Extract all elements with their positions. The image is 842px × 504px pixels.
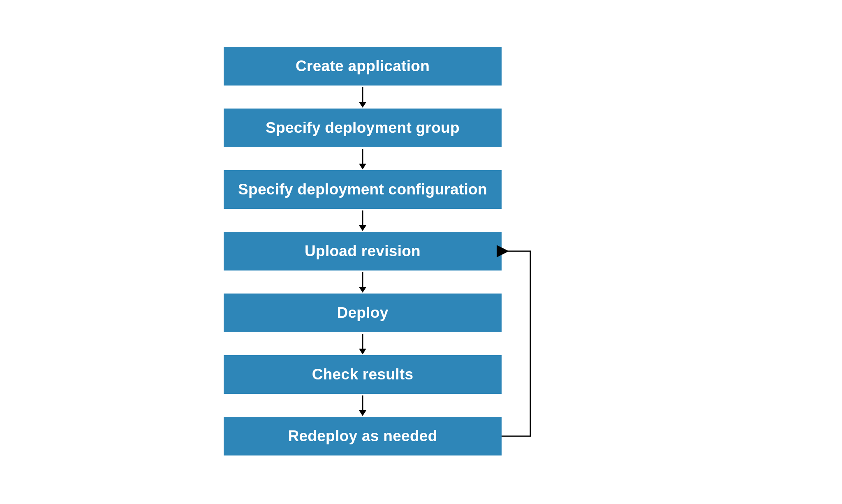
step-create-application: Create application <box>224 47 502 86</box>
step-label: Specify deployment group <box>266 119 460 136</box>
arrow-down-container <box>224 270 502 294</box>
arrow-down-container <box>224 332 502 355</box>
step-specify-deployment-group: Specify deployment group <box>224 109 502 147</box>
step-specify-deployment-configuration: Specify deployment configuration <box>224 170 502 209</box>
step-redeploy-as-needed: Redeploy as needed <box>224 417 502 455</box>
arrow-down-container <box>224 86 502 109</box>
arrow-down-container <box>224 209 502 232</box>
step-label: Create application <box>296 58 430 75</box>
step-upload-revision: Upload revision <box>224 232 502 270</box>
step-label: Redeploy as needed <box>288 428 437 445</box>
step-check-results: Check results <box>224 355 502 394</box>
arrow-down-container <box>224 394 502 417</box>
step-label: Check results <box>312 366 414 383</box>
step-label: Upload revision <box>305 243 421 260</box>
step-deploy: Deploy <box>224 294 502 332</box>
arrow-down-container <box>224 147 502 170</box>
step-label: Specify deployment configuration <box>238 181 487 198</box>
step-label: Deploy <box>337 304 388 321</box>
flowchart: Create application Specify deployment gr… <box>224 47 502 455</box>
